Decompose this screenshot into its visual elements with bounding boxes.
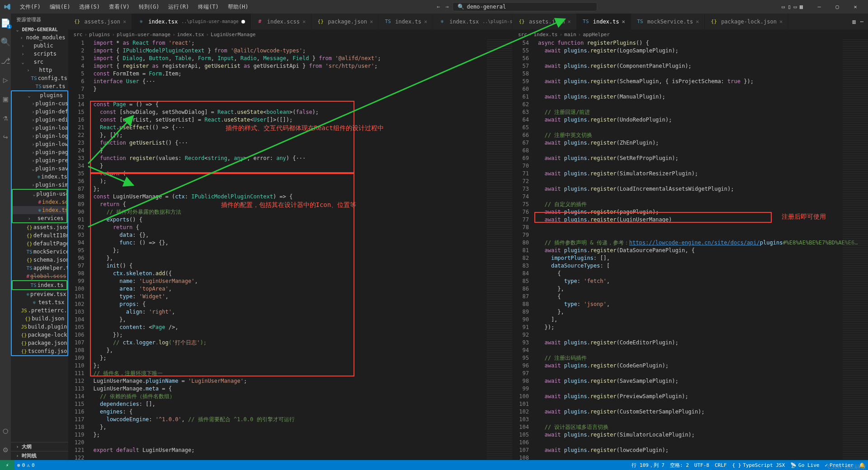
- nav-forward-icon[interactable]: →: [445, 4, 448, 10]
- editor-tab[interactable]: ⚛index.tsx..\plugin-user-manage: [132, 14, 250, 29]
- tree-item[interactable]: ›services: [13, 214, 66, 222]
- tree-item[interactable]: {}package-lock.json: [12, 331, 67, 339]
- tabs-right[interactable]: {}assets.json×TSindex.ts×TSmockService.t…: [513, 14, 868, 29]
- tree-item[interactable]: ⚛test.tsx: [12, 298, 67, 306]
- activity-debug-icon[interactable]: ▷: [0, 74, 11, 85]
- remote-indicator[interactable]: ⚡: [0, 460, 14, 470]
- tree-item[interactable]: ›plugin-preview-sample: [12, 156, 67, 164]
- tree-item[interactable]: ›plugin-logo-sample: [12, 132, 67, 140]
- tree-item[interactable]: {}assets.json: [12, 223, 67, 231]
- status-indentation[interactable]: 空格: 2: [667, 462, 692, 469]
- editor-tab[interactable]: TSindex.ts×: [379, 14, 433, 29]
- timeline-section[interactable]: ›时间线: [11, 451, 68, 460]
- activity-extensions-icon[interactable]: ▣: [0, 93, 11, 104]
- minimap[interactable]: [487, 39, 512, 460]
- tree-item[interactable]: TSconfig.ts: [11, 74, 68, 82]
- tree-item[interactable]: ›http: [11, 66, 68, 74]
- tree-item[interactable]: ›public: [11, 42, 68, 50]
- editor-tab[interactable]: {}package.json×: [311, 14, 379, 29]
- tabs-left[interactable]: {}assets.json×⚛index.tsx..\plugin-user-m…: [68, 14, 512, 29]
- layout-customize-icon[interactable]: ▦: [800, 4, 803, 10]
- status-language[interactable]: { } TypeScript JSX: [729, 462, 788, 469]
- status-encoding[interactable]: UTF-8: [692, 462, 712, 469]
- menu-help[interactable]: 帮助(H): [224, 1, 252, 13]
- tree-item[interactable]: TSuser.ts: [11, 82, 68, 90]
- window-close[interactable]: ✕: [846, 0, 864, 14]
- layout-secondary-icon[interactable]: ▭: [794, 4, 797, 10]
- tree-item[interactable]: #global.scss: [12, 272, 67, 280]
- menu-file[interactable]: 文件(F): [16, 1, 44, 13]
- tree-item[interactable]: {}tsconfig.json: [12, 347, 67, 355]
- tree-item[interactable]: TSappHelper.ts: [12, 264, 67, 272]
- activity-liveshare-icon[interactable]: ↪: [0, 131, 11, 142]
- breadcrumbs-right[interactable]: src › index.ts › main › appHelper: [513, 29, 868, 39]
- window-minimize[interactable]: —: [810, 0, 828, 14]
- status-golive[interactable]: 📡 Go Live: [788, 462, 822, 469]
- menu-view[interactable]: 查看(V): [105, 1, 133, 13]
- tree-item[interactable]: JS.prettierrc.js: [12, 306, 67, 315]
- tree-item[interactable]: JSbuild.plugin.js: [12, 323, 67, 331]
- tree-item[interactable]: ›plugin-page: [12, 148, 67, 156]
- file-tree[interactable]: ›node_modules›public›scripts⌄src›httpTSc…: [11, 33, 68, 442]
- editor-tab[interactable]: ⚛index.tsx..\plugin-save-sample×: [433, 14, 512, 29]
- code-editor-left[interactable]: 1234567131415162122232433343536878889909…: [68, 39, 512, 460]
- code-editor-right[interactable]: 5455565758596061626364656667686970717273…: [513, 39, 868, 460]
- window-maximize[interactable]: ▢: [828, 0, 846, 14]
- tree-item[interactable]: ›plugin-lowcode-component: [12, 140, 67, 148]
- editor-tab[interactable]: {}assets.json×: [513, 14, 577, 29]
- tree-item[interactable]: ⚛preview.tsx: [12, 290, 67, 298]
- status-cursor-position[interactable]: 行 109，列 7: [629, 462, 667, 469]
- tree-item[interactable]: TSmockService.ts: [12, 248, 67, 256]
- tree-item[interactable]: ›plugin-editor-init: [12, 116, 67, 124]
- breadcrumbs-left[interactable]: src › plugins › plugin-user-manage › ind…: [68, 29, 512, 39]
- tree-item[interactable]: ›plugin-load-incremental-assets-w...: [12, 124, 67, 132]
- tree-item[interactable]: ›scripts: [11, 50, 68, 58]
- activity-scm-icon[interactable]: ⎇: [0, 55, 11, 66]
- tree-item[interactable]: ›plugin-default-setters-registry: [12, 108, 67, 116]
- more-icon[interactable]: ⋯: [860, 19, 863, 25]
- menu-edit[interactable]: 编辑(E): [46, 1, 74, 13]
- tree-item[interactable]: ⌄src: [11, 58, 68, 66]
- vscode-logo-icon: [4, 3, 11, 10]
- tree-item[interactable]: ›plugin-simulator-locale: [12, 181, 67, 189]
- layout-panel-icon[interactable]: ▯: [788, 4, 791, 10]
- activity-search-icon[interactable]: 🔍: [0, 36, 11, 47]
- tree-item[interactable]: {}build.json: [12, 315, 67, 323]
- editor-tab[interactable]: {}assets.json×: [68, 14, 132, 29]
- activity-explorer-icon[interactable]: 📄: [0, 17, 10, 28]
- menu-terminal[interactable]: 终端(T): [194, 1, 222, 13]
- tree-item[interactable]: ⌄plugin-user-manage: [13, 190, 66, 198]
- editor-tab[interactable]: {}package-lock.json×: [705, 14, 788, 29]
- outline-section[interactable]: ›大纲: [11, 442, 68, 451]
- activity-account-icon[interactable]: ◯: [0, 425, 11, 436]
- workspace-root[interactable]: ⌄DEMO-GENERAL: [11, 26, 68, 33]
- split-editor-icon[interactable]: ▥: [853, 19, 856, 25]
- editor-area: {}assets.json×⚛index.tsx..\plugin-user-m…: [68, 14, 868, 460]
- tree-item[interactable]: ⌄plugin-save-sample: [12, 164, 67, 173]
- menu-run[interactable]: 运行(R): [165, 1, 193, 13]
- tree-item[interactable]: ⌄plugins: [12, 91, 67, 99]
- tree-item[interactable]: ›plugin-custom-setter-sample: [12, 99, 67, 108]
- editor-tab[interactable]: TSmockService.ts×: [631, 14, 705, 29]
- menu-goto[interactable]: 转到(G): [135, 1, 163, 13]
- layout-primary-icon[interactable]: ▭: [782, 4, 785, 10]
- status-problems[interactable]: ⊗ 0 ⚠ 0: [14, 462, 38, 468]
- activity-test-icon[interactable]: ⚗: [0, 112, 11, 123]
- nav-back-icon[interactable]: ←: [437, 4, 440, 10]
- editor-tab[interactable]: TSindex.ts×: [577, 14, 631, 29]
- tree-item[interactable]: ›node_modules: [11, 33, 68, 42]
- menu-select[interactable]: 选择(S): [75, 1, 104, 13]
- activity-settings-icon[interactable]: ⚙: [0, 444, 11, 455]
- tree-item[interactable]: ⚛index.tsx: [12, 173, 67, 181]
- tree-item[interactable]: {}defaultI18nSchema.json: [12, 231, 67, 240]
- tree-item[interactable]: ⚛index.tsx: [13, 206, 66, 214]
- editor-tab[interactable]: #index.scss×: [251, 14, 311, 29]
- tree-item[interactable]: {}schema.json: [12, 256, 67, 264]
- minimap[interactable]: [843, 39, 868, 460]
- command-center[interactable]: 🔍 demo-general: [453, 2, 597, 11]
- tree-item[interactable]: {}defaultPageSchema.json: [12, 240, 67, 248]
- status-eol[interactable]: CRLF: [712, 462, 730, 469]
- tree-item[interactable]: #index.scss: [13, 198, 66, 206]
- tree-item[interactable]: TSindex.ts: [13, 281, 66, 289]
- tree-item[interactable]: {}package.json: [12, 339, 67, 347]
